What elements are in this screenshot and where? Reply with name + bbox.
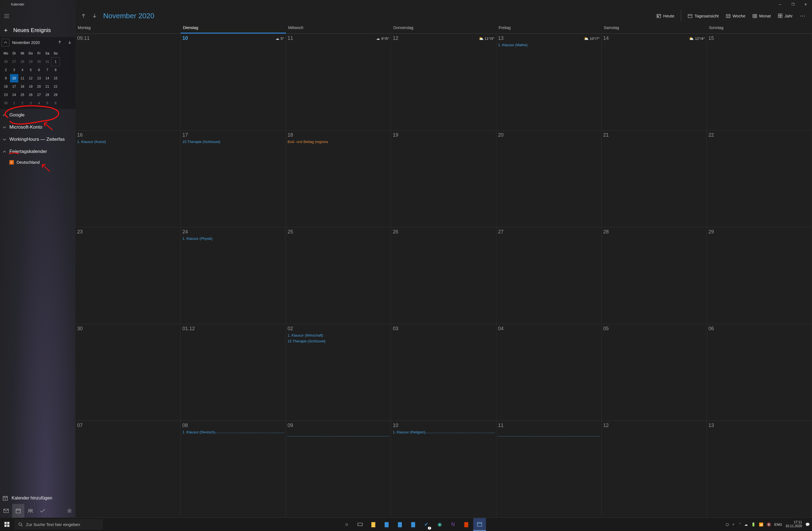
chevron-up-icon: [4, 42, 7, 44]
calendar-sub-item[interactable]: ✓Deutschland: [0, 158, 75, 167]
day-cell[interactable]: 161. Klausur (Kunst): [75, 131, 180, 227]
mini-day[interactable]: 12: [27, 74, 35, 83]
arrow-down-icon: [68, 40, 71, 44]
event[interactable]: 1. Klausur (Physik): [182, 236, 284, 241]
day-cell[interactable]: 12⛅ 11°/3°: [391, 34, 406, 130]
mini-day[interactable]: 5: [27, 66, 35, 74]
day-cell[interactable]: 1715 Therapie (Schlüssel): [180, 131, 286, 227]
sidebar: Kalender ＋ Neues Ereignis November 2020: [0, 0, 75, 266]
mini-day[interactable]: 2: [18, 99, 27, 107]
day-cell[interactable]: 241. Klausur (Physik): [180, 227, 286, 266]
new-event-label: Neues Ereignis: [13, 27, 51, 33]
mini-day[interactable]: 7: [43, 66, 52, 74]
mini-day[interactable]: 27: [10, 58, 18, 66]
mini-next-button[interactable]: [66, 40, 73, 45]
day-cell[interactable]: 09.11: [75, 34, 180, 130]
day-cell[interactable]: 10☁ 5°: [180, 34, 286, 130]
account-item[interactable]: WorkingHours — Zeiterfas: [0, 133, 75, 145]
checkbox[interactable]: ✓: [10, 160, 14, 164]
day-cell[interactable]: 19: [391, 131, 406, 227]
day-number: 23: [77, 229, 83, 235]
mini-day[interactable]: 23: [2, 91, 10, 99]
mini-day[interactable]: 28: [43, 91, 52, 99]
mini-day[interactable]: 19: [27, 83, 35, 91]
mini-day[interactable]: 30: [35, 58, 43, 66]
event[interactable]: Buß- und Bettag (regiona: [288, 140, 389, 144]
next-month-button[interactable]: [90, 12, 99, 20]
mini-day[interactable]: 26: [2, 58, 10, 66]
calendar-sub-label: Deutschland: [17, 160, 40, 164]
prev-month-button[interactable]: [79, 12, 88, 20]
chevron-down-icon: [3, 125, 6, 130]
week-row: 09.1110☁ 5°11☁ 9°/5°12⛅ 11°/3°13⛅ 10°/7°…: [75, 34, 406, 131]
mini-day[interactable]: 15: [52, 74, 60, 83]
mini-day[interactable]: 22: [52, 83, 60, 91]
mini-day[interactable]: 24: [10, 91, 18, 99]
mini-day[interactable]: 28: [18, 58, 27, 66]
mini-calendar-grid[interactable]: MoDiMiDoFrSaSo 2627282930311234567891011…: [2, 49, 60, 107]
mini-day[interactable]: 4: [35, 99, 43, 107]
day-number: 10: [182, 35, 188, 41]
mini-dow: So: [52, 49, 60, 58]
weekday-header: MontagDienstagMittwochDonnerstagFreitagS…: [75, 23, 406, 34]
mini-day[interactable]: 1: [10, 99, 18, 107]
day-cell[interactable]: 26: [391, 227, 406, 266]
account-item[interactable]: Microsoft-Konto: [0, 121, 75, 133]
chevron-down-icon: [3, 126, 6, 129]
mini-prev-button[interactable]: [56, 40, 63, 45]
weather-text: 5°: [280, 37, 284, 41]
account-label: Microsoft-Konto: [10, 125, 42, 130]
hamburger-icon: [4, 14, 9, 18]
event[interactable]: 15 Therapie (Schlüssel): [182, 140, 284, 144]
mini-day[interactable]: 21: [43, 83, 52, 91]
day-cell[interactable]: 25: [286, 227, 391, 266]
mini-day[interactable]: 3: [10, 66, 18, 74]
calendar-app: Kalender ＋ Neues Ereignis November 2020: [0, 0, 406, 266]
mini-day[interactable]: 27: [35, 91, 43, 99]
mini-day[interactable]: 18: [18, 83, 27, 91]
mini-day[interactable]: 31: [43, 58, 52, 66]
mini-expand-toggle[interactable]: [2, 39, 10, 46]
mini-day[interactable]: 10: [10, 74, 18, 83]
day-number: 17: [182, 132, 188, 138]
day-number: 19: [393, 132, 398, 138]
mini-day[interactable]: 30: [2, 99, 10, 107]
hamburger-button[interactable]: [1, 11, 12, 21]
mini-dow: Fr: [35, 49, 43, 58]
mini-day[interactable]: 5: [43, 99, 52, 107]
event[interactable]: 1. Klausur (Kunst): [77, 140, 179, 144]
mini-day[interactable]: 26: [27, 91, 35, 99]
mini-day[interactable]: 1: [52, 58, 60, 66]
mini-day[interactable]: 17: [10, 83, 18, 91]
day-number: 18: [288, 132, 293, 138]
account-item[interactable]: Feiertagskalender: [0, 145, 75, 158]
mini-day[interactable]: 3: [27, 99, 35, 107]
weekday-cell: Mittwoch: [286, 23, 391, 33]
mini-day[interactable]: 29: [52, 91, 60, 99]
mini-day[interactable]: 25: [18, 91, 27, 99]
weekday-cell: Dienstag: [180, 23, 286, 33]
mini-day[interactable]: 6: [35, 66, 43, 74]
account-item[interactable]: Google: [0, 109, 75, 121]
mini-day[interactable]: 6: [52, 99, 60, 107]
mini-day[interactable]: 2: [2, 66, 10, 74]
mini-day[interactable]: 29: [27, 58, 35, 66]
day-cell[interactable]: 23: [75, 227, 180, 266]
mini-day[interactable]: 14: [43, 74, 52, 83]
mini-month-label: November 2020: [12, 40, 40, 45]
mini-day[interactable]: 11: [18, 74, 27, 83]
day-cell[interactable]: 11☁ 9°/5°: [286, 34, 391, 130]
mini-day[interactable]: 16: [2, 83, 10, 91]
mini-day[interactable]: 8: [52, 66, 60, 74]
mini-day[interactable]: 13: [35, 74, 43, 83]
mini-day[interactable]: 4: [18, 66, 27, 74]
day-number: 24: [182, 229, 188, 235]
day-cell[interactable]: 18Buß- und Bettag (regiona: [286, 131, 391, 227]
week-row: 161. Klausur (Kunst)1715 Therapie (Schlü…: [75, 131, 406, 227]
title-bar: Kalender: [0, 0, 75, 9]
day-number: 09.11: [77, 35, 90, 41]
new-event-button[interactable]: ＋ Neues Ereignis: [0, 23, 75, 37]
calendar-grid: 09.1110☁ 5°11☁ 9°/5°12⛅ 11°/3°13⛅ 10°/7°…: [75, 34, 406, 266]
mini-day[interactable]: 9: [2, 74, 10, 83]
mini-day[interactable]: 20: [35, 83, 43, 91]
